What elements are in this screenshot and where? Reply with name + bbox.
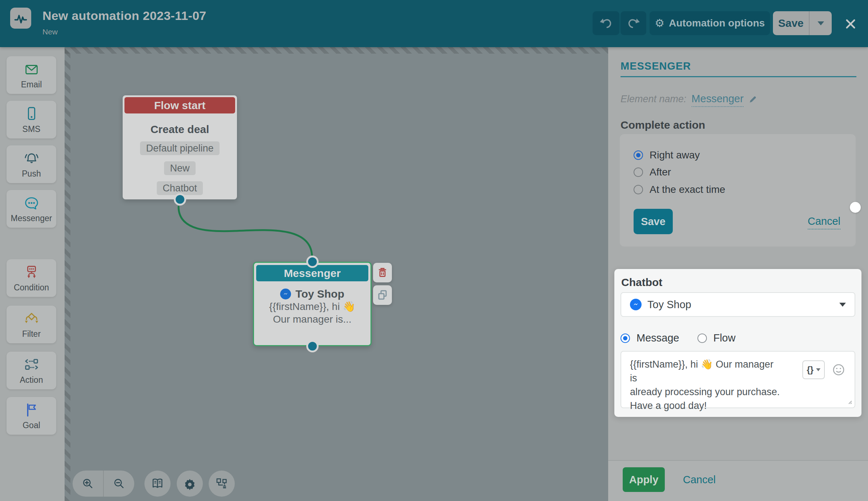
app-header: New automation 2023-11-07 New ⚙ Automati…	[0, 0, 868, 47]
chevron-down-icon	[816, 368, 820, 371]
chatbot-section: Chatbot Toy Shop Message Flow {{firstNam…	[614, 269, 861, 417]
radio-after[interactable]: After	[634, 166, 671, 178]
close-icon	[844, 17, 857, 31]
textarea-resize-handle[interactable]	[847, 399, 852, 406]
sidebar-item-label: Filter	[22, 329, 41, 339]
sidebar-item-messenger[interactable]: Messenger	[7, 190, 56, 228]
messenger-input-port[interactable]	[306, 256, 319, 268]
chatbot-account-select[interactable]: Toy Shop	[621, 292, 855, 317]
automation-options-label: Automation options	[669, 17, 765, 29]
smiley-icon	[832, 363, 845, 376]
goal-icon	[23, 402, 40, 418]
docs-button[interactable]	[144, 471, 171, 497]
mode-radio-group: Message Flow	[621, 332, 736, 344]
undo-icon	[599, 16, 613, 30]
messenger-account-name: Toy Shop	[295, 288, 344, 300]
edit-name-button[interactable]	[749, 95, 757, 105]
messenger-icon	[23, 195, 40, 211]
sidebar-item-label: Messenger	[11, 214, 52, 223]
canvas-edge-hatch-left	[65, 47, 70, 501]
apply-button[interactable]: Apply	[623, 467, 665, 492]
redo-button[interactable]	[621, 11, 646, 35]
panel-heading: MESSENGER	[621, 60, 691, 72]
messenger-account-row: Toy Shop	[254, 288, 370, 300]
flow-canvas[interactable]: Flow start Create deal Default pipeline …	[65, 47, 608, 501]
complete-action-title: Complete action	[621, 119, 705, 131]
zoom-toolbar	[73, 471, 134, 497]
sidebar-item-condition[interactable]: Condition	[7, 259, 56, 297]
settings-panel: MESSENGER Element name: Messenger Comple…	[608, 47, 868, 501]
sidebar-item-filter[interactable]: Filter	[7, 306, 56, 343]
radio-label[interactable]: Flow	[713, 332, 736, 344]
radio-flow[interactable]	[697, 334, 707, 343]
flow-start-tag: New	[164, 161, 195, 175]
title-block: New automation 2023-11-07 New	[42, 9, 206, 36]
messenger-node[interactable]: Messenger Toy Shop {{firstName}}, hi 👋 O…	[253, 262, 372, 346]
automation-builder: New automation 2023-11-07 New ⚙ Automati…	[0, 0, 868, 501]
footer-cancel-link[interactable]: Cancel	[683, 474, 716, 486]
complete-action-save-button[interactable]: Save	[634, 209, 673, 234]
minimap-icon	[215, 477, 228, 490]
radio-label[interactable]: Message	[636, 332, 679, 344]
message-preview-line: {{firstName}}, hi 👋	[254, 300, 370, 313]
complete-action-card: Right away After At the exact time Save …	[620, 134, 856, 247]
messenger-output-port[interactable]	[306, 340, 319, 352]
save-split-button: Save	[773, 11, 832, 35]
chevron-down-icon	[818, 21, 824, 25]
sidebar-item-sms[interactable]: SMS	[7, 101, 56, 138]
zoom-out-button[interactable]	[103, 471, 134, 497]
automation-options-button[interactable]: ⚙ Automation options	[650, 11, 770, 35]
sidebar-item-label: Email	[21, 80, 42, 90]
radio-message[interactable]	[621, 334, 630, 343]
element-name-row: Element name: Messenger	[621, 93, 757, 107]
duplicate-node-button[interactable]	[373, 285, 392, 305]
minimap-button[interactable]	[209, 471, 235, 497]
email-icon	[23, 61, 40, 78]
flow-start-header: Flow start	[124, 97, 235, 113]
complete-action-cancel-link[interactable]: Cancel	[808, 215, 840, 229]
messenger-blue-icon	[630, 299, 642, 310]
canvas-settings-button[interactable]	[177, 471, 203, 497]
radio-label: After	[650, 166, 671, 178]
zoom-in-button[interactable]	[73, 471, 103, 497]
push-icon	[23, 150, 40, 167]
panel-footer: Apply Cancel	[608, 460, 868, 501]
chevron-down-icon	[839, 303, 846, 307]
chatbot-title: Chatbot	[621, 276, 662, 289]
flow-start-event: Create deal	[123, 123, 237, 136]
sidebar-item-label: Goal	[22, 421, 40, 430]
radio-label: At the exact time	[650, 184, 725, 195]
app-logo	[10, 8, 31, 29]
zoom-in-icon	[81, 477, 95, 490]
sidebar-item-push[interactable]: Push	[7, 145, 56, 183]
variables-button[interactable]: {}	[802, 360, 825, 379]
delete-node-button[interactable]	[373, 263, 392, 282]
message-textarea[interactable]: {{firstName}}, hi 👋 Our manager is alrea…	[621, 351, 855, 408]
tutorial-hotspot-dot[interactable]	[850, 202, 861, 213]
undo-button[interactable]	[593, 11, 619, 35]
trash-icon	[377, 267, 388, 278]
radio-icon	[634, 185, 643, 194]
element-name-value[interactable]: Messenger	[692, 93, 744, 107]
close-button[interactable]	[843, 16, 859, 32]
flow-start-output-port[interactable]	[174, 193, 186, 206]
filter-icon	[23, 310, 40, 327]
selected-account: Toy Shop	[647, 299, 834, 311]
radio-right-away[interactable]: Right away	[634, 149, 700, 161]
page-subtitle: New	[42, 28, 206, 36]
emoji-picker-button[interactable]	[832, 363, 845, 376]
zoom-out-icon	[112, 477, 126, 490]
flow-start-node[interactable]: Flow start Create deal Default pipeline …	[123, 95, 237, 199]
sidebar-item-label: Condition	[14, 283, 49, 293]
save-dropdown-button[interactable]	[810, 11, 832, 35]
gear-icon	[183, 477, 196, 490]
sidebar-item-goal[interactable]: Goal	[7, 397, 56, 435]
save-button[interactable]: Save	[773, 11, 810, 35]
radio-exact-time[interactable]: At the exact time	[634, 184, 725, 195]
sidebar-item-action[interactable]: Action	[7, 352, 56, 389]
message-text: {{firstName}}, hi 👋 Our manager is alrea…	[630, 357, 782, 413]
messenger-blue-icon	[280, 289, 291, 299]
sms-icon	[23, 105, 40, 122]
pulse-icon	[13, 10, 29, 26]
sidebar-item-email[interactable]: Email	[7, 56, 56, 94]
